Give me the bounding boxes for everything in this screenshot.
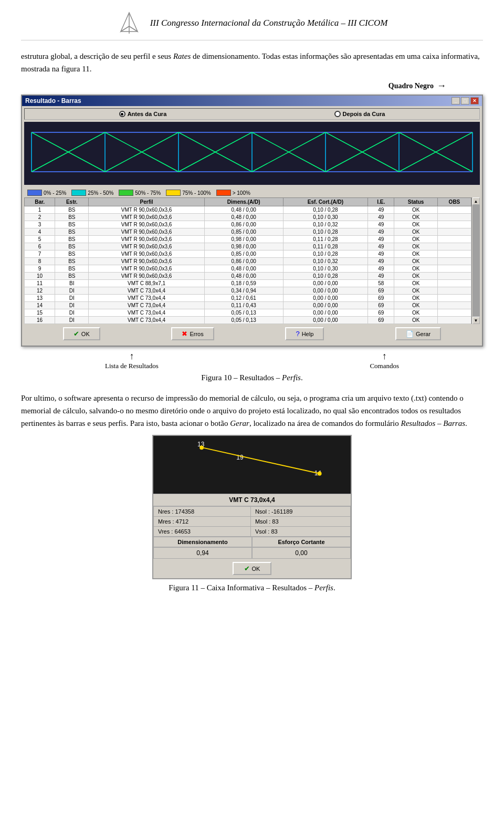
table-cell xyxy=(437,206,471,214)
table-cell: VMT C 73,0x4,4 xyxy=(89,287,204,295)
table-cell xyxy=(437,280,471,287)
intro-text-1: estrutura global, a descrição de seu per… xyxy=(21,52,480,73)
table-cell: 14 xyxy=(25,302,55,309)
radio-antes[interactable]: Antes da Cura xyxy=(119,111,167,117)
info-row-mres: Mres : 4712 Msol : 83 xyxy=(154,517,351,527)
table-row: 14DIVMT C 73,0x4,40,11 / 0,430,00 / 0,00… xyxy=(25,302,471,309)
table-cell: OK xyxy=(394,317,438,324)
table-scrollbar[interactable]: ▲ ▼ xyxy=(471,197,480,324)
table-inner: Bar. Estr. Perfil Dimens.(A/D) Esf. Cort… xyxy=(24,197,471,324)
radio-depois[interactable]: Depois da Cura xyxy=(334,111,385,117)
table-cell: 2 xyxy=(25,214,55,221)
truss-diagram xyxy=(24,122,480,185)
table-cell: 0,05 / 0,13 xyxy=(204,317,283,324)
info-esforco-value: 0,00 xyxy=(252,547,351,559)
maximize-button[interactable]: □ xyxy=(461,97,469,105)
dialog-titlebar: Resultado - Barras _ □ ✕ xyxy=(22,96,482,106)
table-cell: 7 xyxy=(25,251,55,258)
table-cell: VMT C 88,9x7,1 xyxy=(89,280,204,287)
table-cell: VMT R 90,0x60,0x3,6 xyxy=(89,273,204,280)
table-row: 7BSVMT R 90,0x60,0x3,60,85 / 0,000,10 / … xyxy=(25,251,471,258)
help-icon: ? xyxy=(296,330,299,338)
table-cell xyxy=(437,251,471,258)
gerar-button[interactable]: 📄 Gerar xyxy=(395,327,441,340)
table-cell: BS xyxy=(55,236,89,243)
legend-color-50-75 xyxy=(119,190,133,196)
resultado-barras-dialog: Resultado - Barras _ □ ✕ Antes da Cura D… xyxy=(21,95,483,347)
scroll-up-button[interactable]: ▲ xyxy=(472,197,480,205)
figure11-caption: Figura 11 – Caixa Informativa – Resultad… xyxy=(169,583,335,592)
table-cell: 69 xyxy=(368,302,394,309)
lista-resultados-label: Lista de Resultados xyxy=(105,362,159,370)
table-cell: 58 xyxy=(368,280,394,287)
lista-resultados-annotation: ↑ Lista de Resultados xyxy=(105,351,159,370)
table-cell: 6 xyxy=(25,243,55,251)
table-cell: OK xyxy=(394,273,438,280)
table-cell: 49 xyxy=(368,228,394,236)
table-cell xyxy=(437,236,471,243)
scroll-down-button[interactable]: ▼ xyxy=(472,317,480,324)
radio-antes-circle xyxy=(119,111,125,117)
info-ok-button[interactable]: ✔ OK xyxy=(233,562,272,575)
table-cell: BS xyxy=(55,273,89,280)
info-section-header: Dimensionamento Esforço Cortante xyxy=(153,537,351,547)
table-cell: BS xyxy=(55,214,89,221)
legend-label-50-75: 50% - 75% xyxy=(135,190,161,196)
table-cell: 0,34 / 0,94 xyxy=(204,287,283,295)
table-cell xyxy=(437,309,471,317)
info-diagram: 13 19 14 xyxy=(153,436,351,494)
table-row: 1BSVMT R 90,0x60,0x3,60,48 / 0,000,10 / … xyxy=(25,206,471,214)
table-cell: 0,85 / 0,00 xyxy=(204,228,283,236)
table-row: 15DIVMT C 73,0x4,40,05 / 0,130,00 / 0,00… xyxy=(25,309,471,317)
table-cell: OK xyxy=(394,206,438,214)
table-cell: OK xyxy=(394,287,438,295)
table-cell: BS xyxy=(55,221,89,228)
table-cell: OK xyxy=(394,280,438,287)
table-cell: OK xyxy=(394,258,438,265)
table-cell: 0,00 / 0,00 xyxy=(283,302,368,309)
table-cell xyxy=(437,214,471,221)
table-cell: VMT R 90,0x60,0x3,6 xyxy=(89,265,204,273)
legend-label-over-100: > 100% xyxy=(233,190,250,196)
info-ok-label: OK xyxy=(252,566,260,572)
table-cell: 0,00 / 0,00 xyxy=(283,317,368,324)
legend-label-0-25: 0% - 25% xyxy=(44,190,66,196)
table-cell: BS xyxy=(55,206,89,214)
help-button[interactable]: ? Help xyxy=(285,327,324,340)
page: III Congresso Internacional da Construçã… xyxy=(0,0,504,623)
minimize-button[interactable]: _ xyxy=(452,97,460,105)
table-cell: VMT R 90,0x60,0x3,6 xyxy=(89,258,204,265)
gerar-icon: 📄 xyxy=(406,330,414,338)
table-row: 8BSVMT R 90,0x60,0x3,60,86 / 0,000,10 / … xyxy=(25,258,471,265)
table-cell: DI xyxy=(55,287,89,295)
radio-depois-circle xyxy=(334,111,341,117)
erros-label: Erros xyxy=(190,331,203,337)
ok-button[interactable]: ✔ OK xyxy=(63,327,100,340)
table-cell: VMT C 73,0x4,4 xyxy=(89,302,204,309)
erros-button[interactable]: ✖ Erros xyxy=(171,327,214,340)
table-cell: 0,10 / 0,28 xyxy=(283,251,368,258)
legend-label-75-100: 75% - 100% xyxy=(182,190,211,196)
table-cell: VMT C 73,0x4,4 xyxy=(89,295,204,302)
dialog-buttons: ✔ OK ✖ Erros ? Help 📄 Gerar xyxy=(24,324,480,343)
info-dimensionamento-value: 0,94 xyxy=(153,547,252,559)
col-bar: Bar. xyxy=(25,198,55,206)
table-row: 4BSVMT R 90,0x60,0x3,60,85 / 0,000,10 / … xyxy=(25,228,471,236)
col-dimens: Dimens.(A/D) xyxy=(204,198,283,206)
col-esf-cort: Esf. Cort.(A/D) xyxy=(283,198,368,206)
info-ok-btn-area: ✔ OK xyxy=(153,559,351,578)
table-row: 2BSVMT R 90,0x60,0x3,60,48 / 0,000,10 / … xyxy=(25,214,471,221)
table-cell: 0,18 / 0,59 xyxy=(204,280,283,287)
table-cell: 0,10 / 0,32 xyxy=(283,258,368,265)
table-cell: VMT C 73,0x4,4 xyxy=(89,309,204,317)
info-diagram-svg: 13 19 14 xyxy=(153,436,351,494)
close-button[interactable]: ✕ xyxy=(470,97,479,105)
info-ok-icon: ✔ xyxy=(244,565,250,572)
legend-25-50: 25% - 50% xyxy=(71,190,113,196)
logo-icon xyxy=(117,11,142,36)
table-cell: 11 xyxy=(25,280,55,287)
radio-depois-label: Depois da Cura xyxy=(343,111,385,117)
help-label: Help xyxy=(302,331,314,337)
legend-color-75-100 xyxy=(166,190,181,196)
txt-ext: .txt xyxy=(414,394,424,402)
